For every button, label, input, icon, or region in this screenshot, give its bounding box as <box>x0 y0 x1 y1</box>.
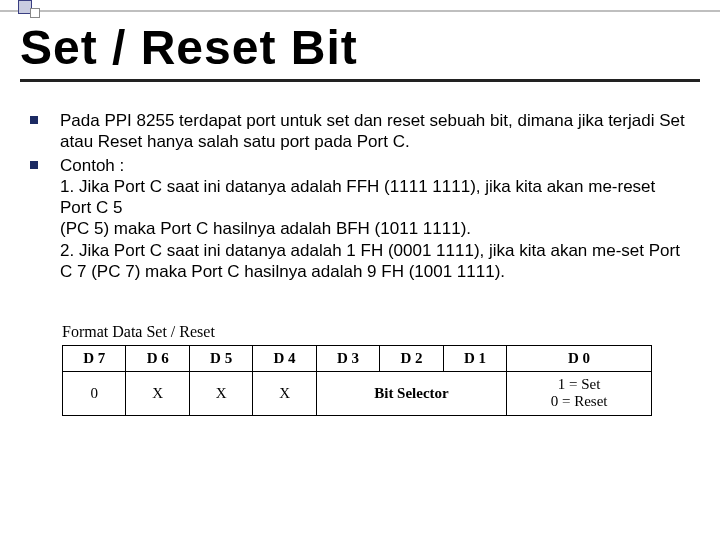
col-header: D 2 <box>380 346 443 372</box>
bullet-item: Pada PPI 8255 terdapat port untuk set da… <box>30 110 690 153</box>
col-header: D 3 <box>316 346 379 372</box>
col-header: D 6 <box>126 346 189 372</box>
page-title: Set / Reset Bit <box>20 20 700 75</box>
table-caption: Format Data Set / Reset <box>62 323 652 341</box>
square-bullet-icon <box>30 161 38 169</box>
title-block: Set / Reset Bit <box>20 20 700 82</box>
cell: X <box>189 372 252 416</box>
bullet-item: Contoh : 1. Jika Port C saat ini datanya… <box>30 155 690 283</box>
table-header-row: D 7 D 6 D 5 D 4 D 3 D 2 D 1 D 0 <box>63 346 652 372</box>
col-header: D 0 <box>507 346 652 372</box>
decor-top <box>0 0 720 18</box>
bullet-text: Contoh : 1. Jika Port C saat ini datanya… <box>60 155 690 283</box>
cell-set-reset: 1 = Set0 = Reset <box>507 372 652 416</box>
format-table: D 7 D 6 D 5 D 4 D 3 D 2 D 1 D 0 0 X X X … <box>62 345 652 416</box>
content-area: Pada PPI 8255 terdapat port untuk set da… <box>30 110 690 284</box>
decor-line <box>0 10 720 12</box>
cell: X <box>126 372 189 416</box>
table-row: 0 X X X Bit Selector 1 = Set0 = Reset <box>63 372 652 416</box>
bullet-text: Pada PPI 8255 terdapat port untuk set da… <box>60 110 690 153</box>
bullet-line: 1. Jika Port C saat ini datanya adalah F… <box>60 177 655 217</box>
col-header: D 7 <box>63 346 126 372</box>
bullet-lead: Contoh : <box>60 156 124 175</box>
bullet-line: 2. Jika Port C saat ini datanya adalah 1… <box>60 241 680 281</box>
table-area: Format Data Set / Reset D 7 D 6 D 5 D 4 … <box>62 323 652 416</box>
cell: X <box>253 372 316 416</box>
square-bullet-icon <box>30 116 38 124</box>
decor-square-right <box>30 8 40 18</box>
col-header: D 5 <box>189 346 252 372</box>
col-header: D 4 <box>253 346 316 372</box>
cell-bit-selector: Bit Selector <box>316 372 506 416</box>
col-header: D 1 <box>443 346 506 372</box>
cell: 0 <box>63 372 126 416</box>
bullet-line: (PC 5) maka Port C hasilnya adalah BFH (… <box>60 219 471 238</box>
